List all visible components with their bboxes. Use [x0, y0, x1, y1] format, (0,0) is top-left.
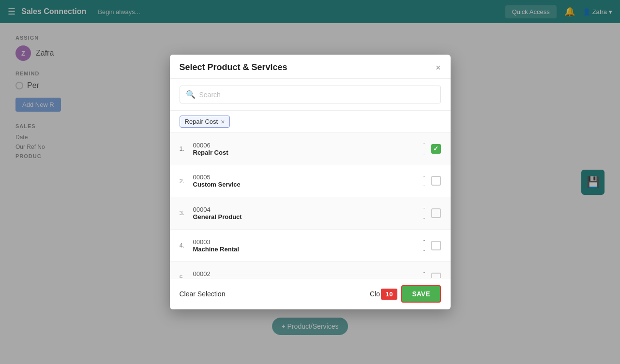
item-info: 00006 Repair Cost	[193, 142, 423, 156]
item-number: 1.	[180, 145, 193, 152]
item-list: 1. 00006 Repair Cost - - 2. 00005 Custom…	[170, 133, 451, 278]
item-checkbox[interactable]	[431, 144, 441, 154]
modal-header: Select Product & Services ×	[170, 55, 451, 79]
close-count-badge: 10	[381, 289, 397, 300]
list-item: 4. 00003 Machine Rental - -	[170, 230, 451, 262]
search-input-wrap: 🔍	[180, 86, 441, 103]
item-checkbox[interactable]	[431, 241, 441, 250]
search-row: 🔍	[170, 79, 451, 111]
item-dashes: - -	[423, 139, 425, 159]
item-dashes: - -	[423, 171, 425, 191]
modal-close-button[interactable]: ×	[436, 63, 441, 72]
modal-dialog: Select Product & Services × 🔍 Repair Cos…	[170, 55, 451, 309]
tags-row: Repair Cost ×	[170, 111, 451, 133]
item-code: 00005	[193, 174, 423, 181]
item-info: 00002 Machine Installation	[193, 270, 423, 278]
item-name: Machine Rental	[193, 246, 423, 253]
item-checkbox[interactable]	[431, 208, 441, 218]
clear-selection-button[interactable]: Clear Selection	[180, 290, 226, 298]
item-code: 00006	[193, 142, 423, 149]
modal-footer: Clear Selection Clo 10 SAVE	[170, 278, 451, 309]
modal-overlay: Select Product & Services × 🔍 Repair Cos…	[0, 0, 620, 364]
footer-right: Clo 10 SAVE	[370, 285, 441, 303]
close-badge: Clo 10	[370, 289, 397, 300]
item-number: 3.	[180, 209, 193, 217]
modal-title: Select Product & Services	[180, 62, 287, 73]
item-dashes: - -	[423, 267, 425, 278]
item-info: 00005 Custom Service	[193, 174, 423, 188]
tag-label: Repair Cost	[185, 118, 218, 125]
item-dashes: - -	[423, 203, 425, 223]
item-checkbox[interactable]	[431, 176, 441, 186]
list-item: 1. 00006 Repair Cost - -	[170, 133, 451, 165]
item-number: 5.	[180, 274, 193, 278]
item-name: Repair Cost	[193, 149, 423, 156]
close-text: Clo	[370, 290, 380, 298]
search-input[interactable]	[199, 91, 435, 99]
selected-tag: Repair Cost ×	[180, 116, 230, 128]
item-number: 2.	[180, 177, 193, 185]
search-icon: 🔍	[186, 90, 196, 99]
list-item: 2. 00005 Custom Service - -	[170, 165, 451, 198]
item-number: 4.	[180, 242, 193, 249]
list-item: 3. 00004 General Product - -	[170, 197, 451, 230]
item-dashes: - -	[423, 235, 425, 256]
item-checkbox[interactable]	[431, 273, 441, 278]
item-name: General Product	[193, 213, 423, 220]
item-name: Custom Service	[193, 181, 423, 188]
item-info: 00004 General Product	[193, 206, 423, 220]
save-button[interactable]: SAVE	[401, 285, 440, 303]
tag-remove-button[interactable]: ×	[221, 118, 225, 125]
item-info: 00003 Machine Rental	[193, 238, 423, 253]
item-code: 00003	[193, 238, 423, 246]
list-item: 5. 00002 Machine Installation - -	[170, 262, 451, 278]
item-code: 00004	[193, 206, 423, 213]
item-code: 00002	[193, 270, 423, 277]
